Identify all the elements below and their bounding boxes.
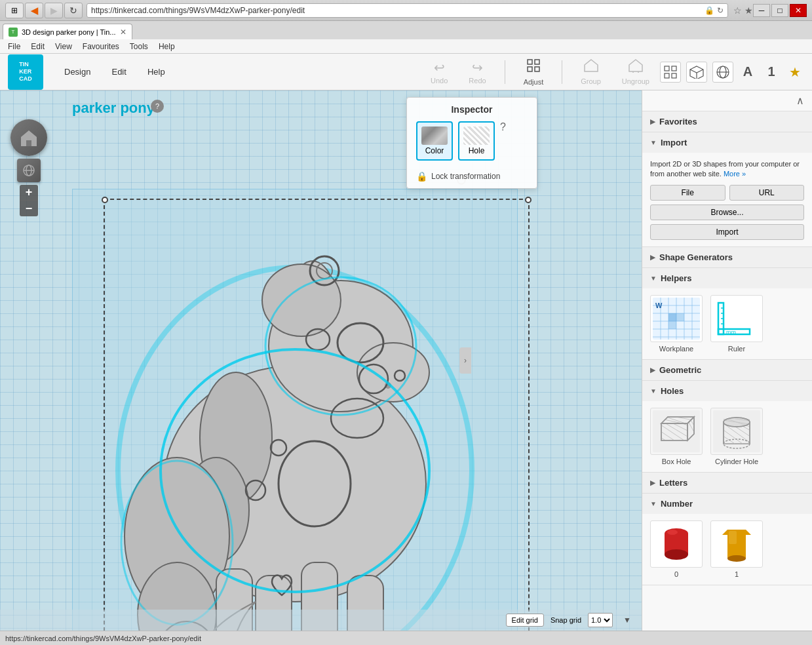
number-1-button[interactable]: 1 bbox=[762, 63, 781, 81]
holes-section: ▼ Holes bbox=[642, 381, 812, 473]
url-button[interactable]: URL bbox=[729, 185, 805, 201]
menu-view[interactable]: View bbox=[50, 41, 77, 52]
favorites-section: ▶ Favorites bbox=[642, 111, 812, 132]
pan-control[interactable] bbox=[10, 119, 47, 156]
letters-arrow-icon: ▶ bbox=[650, 479, 655, 486]
undo-button[interactable]: ↩ Undo bbox=[425, 57, 453, 87]
edit-grid-button[interactable]: Edit grid bbox=[506, 614, 544, 627]
star-favorites-button[interactable]: ★ bbox=[786, 63, 804, 81]
browse-button[interactable]: Browse... bbox=[650, 205, 804, 220]
tab-close-icon[interactable]: ✕ bbox=[120, 28, 126, 37]
number-arrow-icon: ▼ bbox=[650, 500, 657, 507]
svg-rect-1 bbox=[535, 60, 539, 64]
ruler-thumb: mm bbox=[710, 295, 763, 342]
menu-favourites[interactable]: Favourites bbox=[77, 41, 125, 52]
menu-tools[interactable]: Tools bbox=[125, 41, 153, 52]
snap-grid-select[interactable]: 1.0 0.5 0.1 2.0 5.0 bbox=[588, 613, 613, 627]
workplane-item[interactable]: W Workplane bbox=[650, 295, 703, 353]
edit-tab[interactable]: Edit bbox=[101, 63, 136, 81]
helpers-section: ▼ Helpers bbox=[642, 268, 812, 360]
minimize-button[interactable]: ─ bbox=[753, 4, 770, 17]
design-tab[interactable]: Design bbox=[54, 63, 101, 81]
windows-icon-btn[interactable]: ⊞ bbox=[5, 3, 24, 18]
panel-collapse-button[interactable]: ∧ bbox=[796, 94, 804, 107]
tab-favicon: T bbox=[9, 28, 18, 37]
undo-label: Undo bbox=[431, 77, 448, 85]
browser-right-icons: ☆ ★ bbox=[733, 5, 753, 16]
right-panel: ∧ ▶ Favorites ▼ Import Import 2D or 3D s… bbox=[642, 90, 812, 631]
svg-rect-9 bbox=[672, 66, 676, 71]
import-submit-button[interactable]: Import bbox=[650, 224, 804, 240]
address-icons: 🔒 ↻ bbox=[705, 6, 724, 15]
grid-down-arrow[interactable]: ▼ bbox=[619, 612, 635, 628]
adjust-button[interactable]: Adjust bbox=[518, 55, 549, 88]
browser-tab-active[interactable]: T 3D design parker pony | Tin... ✕ bbox=[3, 24, 132, 39]
lock-icon: 🔒 bbox=[705, 6, 714, 15]
file-button[interactable]: File bbox=[650, 185, 725, 201]
ungroup-button[interactable]: Ungroup bbox=[617, 56, 655, 88]
sidebar-collapse-button[interactable]: › bbox=[459, 347, 471, 374]
helpers-header[interactable]: ▼ Helpers bbox=[642, 268, 812, 288]
sphere-view-button[interactable] bbox=[712, 62, 733, 83]
menu-edit[interactable]: Edit bbox=[26, 41, 50, 52]
ruler-item[interactable]: mm Ruler bbox=[710, 295, 763, 353]
canvas-area[interactable]: parker pony ? + − bbox=[0, 90, 642, 631]
hole-button[interactable]: Hole bbox=[458, 121, 495, 161]
help-icon[interactable]: ? bbox=[151, 100, 164, 113]
import-more-link[interactable]: More » bbox=[724, 170, 746, 178]
maximize-button[interactable]: □ bbox=[771, 4, 788, 17]
cylinder-hole-item[interactable]: Cylinder Hole bbox=[710, 408, 763, 465]
letter-a-button[interactable]: A bbox=[739, 63, 757, 81]
pony-container bbox=[85, 156, 544, 631]
box-hole-item[interactable]: Box Hole bbox=[650, 408, 703, 465]
status-url: https://tinkercad.com/things/9WsVM4dzXwP… bbox=[5, 635, 201, 642]
back-button[interactable]: ◀ bbox=[25, 3, 43, 18]
help-tab[interactable]: Help bbox=[137, 63, 176, 81]
snap-grid-label: Snap grid bbox=[551, 616, 581, 624]
group-icon bbox=[583, 58, 599, 76]
app-toolbar: TINKERCAD Design Edit Help ↩ Undo ↪ Redo… bbox=[0, 54, 812, 90]
lock-icon: 🔒 bbox=[416, 171, 427, 182]
number-label: Number bbox=[661, 499, 693, 509]
address-bar[interactable]: https://tinkercad.com/things/9WsVM4dzXwP… bbox=[87, 3, 728, 18]
grid-view-button[interactable] bbox=[660, 62, 681, 83]
hole-label: Hole bbox=[469, 146, 485, 155]
svg-rect-72 bbox=[676, 313, 684, 321]
menu-help[interactable]: Help bbox=[153, 41, 180, 52]
letters-header[interactable]: ▶ Letters bbox=[642, 473, 812, 493]
letters-section: ▶ Letters bbox=[642, 473, 812, 494]
shape-generators-header[interactable]: ▶ Shape Generators bbox=[642, 247, 812, 267]
star-icon[interactable]: ☆ bbox=[733, 5, 742, 16]
color-button[interactable]: Color bbox=[416, 121, 453, 161]
number-1-item[interactable]: 1 bbox=[710, 520, 763, 578]
nav-tabs: Design Edit Help bbox=[54, 63, 176, 81]
refresh-button[interactable]: ↻ bbox=[64, 3, 83, 18]
toolbar-actions: ↩ Undo ↪ Redo Adjust Group bbox=[425, 55, 655, 88]
geometric-header[interactable]: ▶ Geometric bbox=[642, 360, 812, 380]
star-filled-icon[interactable]: ★ bbox=[744, 5, 753, 16]
redo-button[interactable]: ↪ Redo bbox=[463, 57, 491, 87]
box-view-button[interactable] bbox=[686, 62, 707, 83]
svg-rect-0 bbox=[528, 60, 532, 64]
favorites-header[interactable]: ▶ Favorites bbox=[642, 111, 812, 132]
close-button[interactable]: ✕ bbox=[790, 4, 807, 17]
menu-bar: File Edit View Favourites Tools Help bbox=[0, 39, 812, 54]
number-header[interactable]: ▼ Number bbox=[642, 494, 812, 514]
zoom-in-button[interactable]: + bbox=[20, 185, 38, 201]
zoom-controls: + − bbox=[20, 185, 38, 216]
group-button[interactable]: Group bbox=[575, 56, 606, 88]
ruler-label: Ruler bbox=[728, 345, 745, 353]
3d-view-button[interactable] bbox=[17, 159, 41, 182]
holes-header[interactable]: ▼ Holes bbox=[642, 381, 812, 401]
import-header[interactable]: ▼ Import bbox=[642, 132, 812, 153]
import-content: Import 2D or 3D shapes from your compute… bbox=[642, 153, 812, 246]
lock-label: Lock transformation bbox=[431, 172, 500, 181]
browser-tabbar: T 3D design parker pony | Tin... ✕ bbox=[0, 21, 812, 39]
menu-file[interactable]: File bbox=[3, 41, 26, 52]
tinkercad-logo[interactable]: TINKERCAD bbox=[8, 54, 43, 90]
forward-button[interactable]: ▶ bbox=[45, 3, 63, 18]
number-0-item[interactable]: 0 bbox=[650, 520, 703, 578]
zoom-out-button[interactable]: − bbox=[20, 201, 38, 216]
window-controls: ─ □ ✕ bbox=[753, 4, 807, 17]
inspector-help-button[interactable]: ? bbox=[500, 121, 506, 133]
